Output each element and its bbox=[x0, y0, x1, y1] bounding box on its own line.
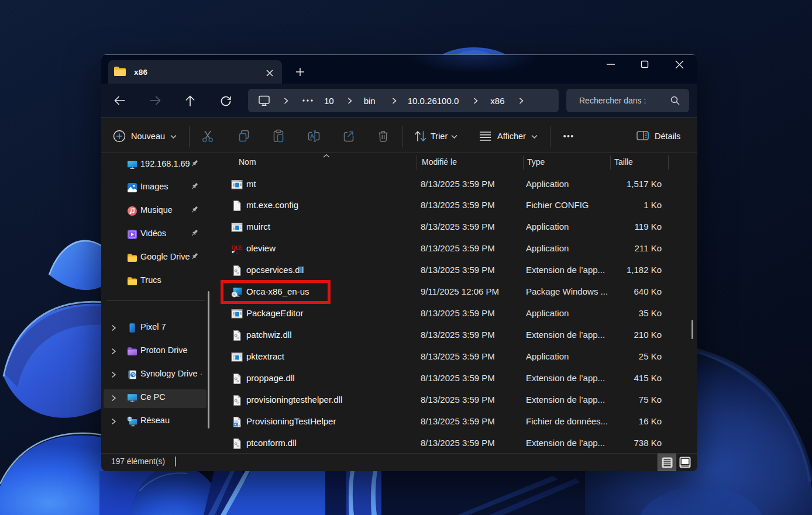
svg-text:E: E bbox=[239, 244, 243, 251]
